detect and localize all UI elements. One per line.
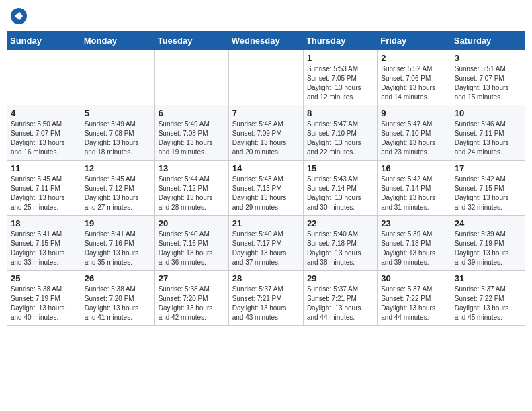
- calendar-cell: 11Sunrise: 5:45 AM Sunset: 7:11 PM Dayli…: [7, 161, 81, 216]
- calendar-cell: 5Sunrise: 5:49 AM Sunset: 7:08 PM Daylig…: [81, 105, 154, 161]
- day-info: Sunrise: 5:52 AM Sunset: 7:06 PM Dayligh…: [381, 64, 447, 102]
- calendar-cell: 7Sunrise: 5:48 AM Sunset: 7:09 PM Daylig…: [228, 105, 303, 161]
- day-info: Sunrise: 5:37 AM Sunset: 7:21 PM Dayligh…: [307, 285, 373, 322]
- day-header-tuesday: Tuesday: [154, 32, 228, 50]
- calendar-cell: [228, 50, 303, 105]
- day-number: 19: [85, 218, 151, 228]
- calendar-week-row: 25Sunrise: 5:38 AM Sunset: 7:19 PM Dayli…: [7, 271, 525, 326]
- day-number: 5: [85, 108, 151, 118]
- calendar-cell: 8Sunrise: 5:47 AM Sunset: 7:10 PM Daylig…: [303, 105, 377, 161]
- day-number: 25: [11, 273, 77, 283]
- day-info: Sunrise: 5:45 AM Sunset: 7:11 PM Dayligh…: [11, 175, 77, 212]
- day-number: 30: [381, 273, 447, 283]
- day-number: 14: [232, 163, 300, 173]
- day-info: Sunrise: 5:40 AM Sunset: 7:16 PM Dayligh…: [159, 230, 225, 267]
- day-number: 20: [159, 218, 225, 228]
- day-info: Sunrise: 5:41 AM Sunset: 7:15 PM Dayligh…: [11, 230, 77, 267]
- day-info: Sunrise: 5:45 AM Sunset: 7:12 PM Dayligh…: [85, 175, 151, 212]
- page-header: [7, 7, 525, 26]
- day-info: Sunrise: 5:48 AM Sunset: 7:09 PM Dayligh…: [232, 120, 300, 157]
- calendar-week-row: 18Sunrise: 5:41 AM Sunset: 7:15 PM Dayli…: [7, 216, 525, 271]
- day-number: 13: [159, 163, 225, 173]
- calendar-cell: [7, 50, 81, 105]
- calendar-cell: 12Sunrise: 5:45 AM Sunset: 7:12 PM Dayli…: [81, 161, 154, 216]
- day-info: Sunrise: 5:39 AM Sunset: 7:18 PM Dayligh…: [381, 230, 447, 267]
- calendar-cell: 23Sunrise: 5:39 AM Sunset: 7:18 PM Dayli…: [378, 216, 451, 271]
- calendar-cell: 25Sunrise: 5:38 AM Sunset: 7:19 PM Dayli…: [7, 271, 81, 326]
- day-number: 16: [381, 163, 447, 173]
- day-number: 2: [381, 53, 447, 63]
- day-number: 11: [11, 163, 77, 173]
- calendar-cell: [81, 50, 154, 105]
- calendar-cell: [154, 50, 228, 105]
- day-info: Sunrise: 5:43 AM Sunset: 7:13 PM Dayligh…: [232, 175, 300, 212]
- calendar-cell: 21Sunrise: 5:40 AM Sunset: 7:17 PM Dayli…: [228, 216, 303, 271]
- day-number: 17: [455, 163, 521, 173]
- day-info: Sunrise: 5:44 AM Sunset: 7:12 PM Dayligh…: [159, 175, 225, 212]
- calendar-cell: 13Sunrise: 5:44 AM Sunset: 7:12 PM Dayli…: [154, 161, 228, 216]
- calendar-cell: 4Sunrise: 5:50 AM Sunset: 7:07 PM Daylig…: [7, 105, 81, 161]
- calendar-cell: 20Sunrise: 5:40 AM Sunset: 7:16 PM Dayli…: [154, 216, 228, 271]
- day-info: Sunrise: 5:42 AM Sunset: 7:14 PM Dayligh…: [381, 175, 447, 212]
- calendar-cell: 22Sunrise: 5:40 AM Sunset: 7:18 PM Dayli…: [303, 216, 377, 271]
- day-info: Sunrise: 5:40 AM Sunset: 7:17 PM Dayligh…: [232, 230, 300, 267]
- day-info: Sunrise: 5:37 AM Sunset: 7:22 PM Dayligh…: [455, 285, 521, 322]
- calendar-cell: 17Sunrise: 5:42 AM Sunset: 7:15 PM Dayli…: [451, 161, 525, 216]
- day-number: 6: [159, 108, 225, 118]
- calendar-cell: 6Sunrise: 5:49 AM Sunset: 7:08 PM Daylig…: [154, 105, 228, 161]
- day-info: Sunrise: 5:42 AM Sunset: 7:15 PM Dayligh…: [455, 175, 521, 212]
- day-info: Sunrise: 5:49 AM Sunset: 7:08 PM Dayligh…: [159, 120, 225, 157]
- day-number: 31: [455, 273, 521, 283]
- day-number: 9: [381, 108, 447, 118]
- calendar-cell: 24Sunrise: 5:39 AM Sunset: 7:19 PM Dayli…: [451, 216, 525, 271]
- day-number: 1: [307, 53, 373, 63]
- day-number: 21: [232, 218, 300, 228]
- calendar-cell: 3Sunrise: 5:51 AM Sunset: 7:07 PM Daylig…: [451, 50, 525, 105]
- day-header-thursday: Thursday: [303, 32, 377, 50]
- day-info: Sunrise: 5:47 AM Sunset: 7:10 PM Dayligh…: [307, 120, 373, 157]
- day-number: 10: [455, 108, 521, 118]
- day-info: Sunrise: 5:38 AM Sunset: 7:20 PM Dayligh…: [85, 285, 151, 322]
- day-info: Sunrise: 5:39 AM Sunset: 7:19 PM Dayligh…: [455, 230, 521, 267]
- day-info: Sunrise: 5:37 AM Sunset: 7:21 PM Dayligh…: [232, 285, 300, 322]
- day-number: 26: [85, 273, 151, 283]
- day-info: Sunrise: 5:47 AM Sunset: 7:10 PM Dayligh…: [381, 120, 447, 157]
- day-number: 24: [455, 218, 521, 228]
- calendar-cell: 10Sunrise: 5:46 AM Sunset: 7:11 PM Dayli…: [451, 105, 525, 161]
- calendar-cell: 31Sunrise: 5:37 AM Sunset: 7:22 PM Dayli…: [451, 271, 525, 326]
- calendar-cell: 27Sunrise: 5:38 AM Sunset: 7:20 PM Dayli…: [154, 271, 228, 326]
- day-header-friday: Friday: [378, 32, 451, 50]
- day-number: 7: [232, 108, 300, 118]
- calendar-cell: 28Sunrise: 5:37 AM Sunset: 7:21 PM Dayli…: [228, 271, 303, 326]
- day-number: 18: [11, 218, 77, 228]
- calendar-week-row: 4Sunrise: 5:50 AM Sunset: 7:07 PM Daylig…: [7, 105, 525, 161]
- day-number: 15: [307, 163, 373, 173]
- day-number: 27: [159, 273, 225, 283]
- day-info: Sunrise: 5:50 AM Sunset: 7:07 PM Dayligh…: [11, 120, 77, 157]
- day-info: Sunrise: 5:46 AM Sunset: 7:11 PM Dayligh…: [455, 120, 521, 157]
- day-info: Sunrise: 5:38 AM Sunset: 7:19 PM Dayligh…: [11, 285, 77, 322]
- day-info: Sunrise: 5:41 AM Sunset: 7:16 PM Dayligh…: [85, 230, 151, 267]
- day-info: Sunrise: 5:53 AM Sunset: 7:05 PM Dayligh…: [307, 64, 373, 102]
- calendar-cell: 30Sunrise: 5:37 AM Sunset: 7:22 PM Dayli…: [378, 271, 451, 326]
- calendar-cell: 29Sunrise: 5:37 AM Sunset: 7:21 PM Dayli…: [303, 271, 377, 326]
- calendar-cell: 18Sunrise: 5:41 AM Sunset: 7:15 PM Dayli…: [7, 216, 81, 271]
- day-info: Sunrise: 5:49 AM Sunset: 7:08 PM Dayligh…: [85, 120, 151, 157]
- calendar: SundayMondayTuesdayWednesdayThursdayFrid…: [7, 31, 525, 326]
- day-header-sunday: Sunday: [7, 32, 81, 50]
- calendar-week-row: 11Sunrise: 5:45 AM Sunset: 7:11 PM Dayli…: [7, 161, 525, 216]
- day-number: 22: [307, 218, 373, 228]
- day-header-monday: Monday: [81, 32, 154, 50]
- calendar-cell: 26Sunrise: 5:38 AM Sunset: 7:20 PM Dayli…: [81, 271, 154, 326]
- day-header-saturday: Saturday: [451, 32, 525, 50]
- day-number: 8: [307, 108, 373, 118]
- day-info: Sunrise: 5:37 AM Sunset: 7:22 PM Dayligh…: [381, 285, 447, 322]
- calendar-cell: 9Sunrise: 5:47 AM Sunset: 7:10 PM Daylig…: [378, 105, 451, 161]
- calendar-week-row: 1Sunrise: 5:53 AM Sunset: 7:05 PM Daylig…: [7, 50, 525, 105]
- calendar-cell: 1Sunrise: 5:53 AM Sunset: 7:05 PM Daylig…: [303, 50, 377, 105]
- calendar-cell: 19Sunrise: 5:41 AM Sunset: 7:16 PM Dayli…: [81, 216, 154, 271]
- logo: [9, 7, 31, 26]
- day-number: 29: [307, 273, 373, 283]
- calendar-cell: 15Sunrise: 5:43 AM Sunset: 7:14 PM Dayli…: [303, 161, 377, 216]
- day-number: 4: [11, 108, 77, 118]
